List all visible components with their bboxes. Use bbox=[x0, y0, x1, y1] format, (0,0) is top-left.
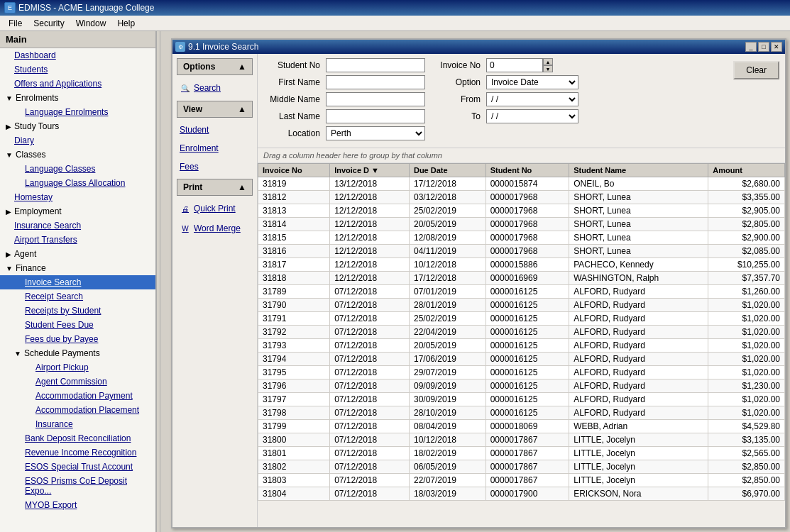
table-row[interactable]: 31797 07/12/2018 30/09/2019 0000016125 A… bbox=[258, 393, 785, 406]
sidebar-item-receipts-by-student[interactable]: Receipts by Student bbox=[0, 304, 155, 318]
search-link[interactable]: 🔍 Search bbox=[177, 81, 253, 95]
table-row[interactable]: 31798 07/12/2018 28/10/2019 0000016125 A… bbox=[258, 406, 785, 420]
table-row[interactable]: 31793 07/12/2018 20/05/2019 0000016125 A… bbox=[258, 339, 785, 353]
cell-student-no: 0000016125 bbox=[485, 299, 569, 312]
student-no-input[interactable] bbox=[326, 58, 425, 72]
sidebar-item-language-class-alloc[interactable]: Language Class Allocation bbox=[0, 176, 155, 190]
sidebar-group-study-tours[interactable]: ▶ Study Tours bbox=[0, 119, 155, 133]
cell-invoice-date: 12/12/2018 bbox=[330, 231, 410, 245]
col-student-name[interactable]: Student Name bbox=[569, 164, 708, 177]
option-select[interactable]: Invoice Date Due Date bbox=[486, 75, 578, 89]
sidebar-group-schedule-payments[interactable]: ▼ Schedule Payments bbox=[0, 346, 155, 360]
word-merge-link[interactable]: W Word Merge bbox=[177, 221, 253, 235]
middle-name-input[interactable] bbox=[326, 92, 425, 106]
table-row[interactable]: 31804 07/12/2018 18/03/2019 0000017900 E… bbox=[258, 487, 785, 501]
table-row[interactable]: 31803 07/12/2018 22/07/2019 0000017867 L… bbox=[258, 474, 785, 487]
table-row[interactable]: 31792 07/12/2018 22/04/2019 0000016125 A… bbox=[258, 326, 785, 339]
table-row[interactable]: 31791 07/12/2018 25/02/2019 0000016125 A… bbox=[258, 312, 785, 326]
view-section-button[interactable]: View ▲ bbox=[177, 101, 253, 118]
table-row[interactable]: 31819 13/12/2018 17/12/2018 0000015874 O… bbox=[258, 177, 785, 191]
spin-down-button[interactable]: ▼ bbox=[543, 65, 553, 72]
invoice-no-input[interactable] bbox=[486, 58, 543, 72]
sidebar-group-classes[interactable]: ▼ Classes bbox=[0, 148, 155, 162]
sidebar-item-fees-due-by-payee[interactable]: Fees due by Payee bbox=[0, 332, 155, 346]
cell-invoice-no: 31792 bbox=[258, 326, 330, 339]
sidebar-item-students[interactable]: Students bbox=[0, 62, 155, 77]
sidebar-item-bank-deposit[interactable]: Bank Deposit Reconciliation bbox=[0, 431, 155, 445]
table-row[interactable]: 31816 12/12/2018 04/11/2019 0000017968 S… bbox=[258, 245, 785, 258]
table-row[interactable]: 31789 07/12/2018 07/01/2019 0000016125 A… bbox=[258, 285, 785, 299]
quick-print-link[interactable]: 🖨 Quick Print bbox=[177, 201, 253, 216]
sidebar-item-airport-pickup[interactable]: Airport Pickup bbox=[0, 360, 155, 375]
cell-student-name: ALFORD, Rudyard bbox=[569, 312, 708, 326]
table-row[interactable]: 31814 12/12/2018 20/05/2019 0000017968 S… bbox=[258, 218, 785, 231]
sidebar-item-receipt-search[interactable]: Receipt Search bbox=[0, 289, 155, 304]
spin-up-button[interactable]: ▲ bbox=[543, 58, 553, 65]
sidebar-item-language-enrolments[interactable]: Language Enrolments bbox=[0, 105, 155, 119]
menu-security[interactable]: Security bbox=[28, 17, 70, 30]
sidebar-group-enrolments[interactable]: ▼ Enrolments bbox=[0, 91, 155, 105]
sidebar-item-insurance-search[interactable]: Insurance Search bbox=[0, 218, 155, 233]
enrolment-link[interactable]: Enrolment bbox=[177, 142, 253, 155]
table-row[interactable]: 31815 12/12/2018 12/08/2019 0000017968 S… bbox=[258, 231, 785, 245]
table-row[interactable]: 31817 12/12/2018 10/12/2018 0000015886 P… bbox=[258, 258, 785, 272]
sidebar-item-invoice-search[interactable]: Invoice Search bbox=[0, 275, 155, 289]
sidebar-group-agent[interactable]: ▶ Agent bbox=[0, 247, 155, 261]
sidebar-item-agent-commission[interactable]: Agent Commission bbox=[0, 375, 155, 389]
options-section-button[interactable]: Options ▲ bbox=[177, 58, 253, 75]
sidebar-group-finance[interactable]: ▼ Finance bbox=[0, 261, 155, 275]
cell-student-name: ERICKSON, Nora bbox=[569, 487, 708, 501]
to-date-select[interactable]: / / bbox=[486, 109, 578, 123]
sidebar-item-esos-trust[interactable]: ESOS Special Trust Account bbox=[0, 460, 155, 474]
table-row[interactable]: 31802 07/12/2018 06/05/2019 0000017867 L… bbox=[258, 460, 785, 474]
table-row[interactable]: 31812 12/12/2018 03/12/2018 0000017968 S… bbox=[258, 191, 785, 204]
sidebar-item-offers[interactable]: Offers and Applications bbox=[0, 77, 155, 91]
menu-help[interactable]: Help bbox=[111, 17, 141, 30]
mdi-minimize-button[interactable]: _ bbox=[745, 42, 757, 52]
table-row[interactable]: 31794 07/12/2018 17/06/2019 0000016125 A… bbox=[258, 353, 785, 366]
mdi-maximize-button[interactable]: □ bbox=[758, 42, 769, 52]
print-section-button[interactable]: Print ▲ bbox=[177, 179, 253, 196]
student-link[interactable]: Student bbox=[177, 123, 253, 136]
cell-amount: $3,355.00 bbox=[708, 191, 785, 204]
col-invoice-no[interactable]: Invoice No bbox=[258, 164, 330, 177]
last-name-input[interactable] bbox=[326, 109, 425, 123]
table-row[interactable]: 31790 07/12/2018 28/01/2019 0000016125 A… bbox=[258, 299, 785, 312]
col-amount[interactable]: Amount bbox=[708, 164, 785, 177]
mdi-close-button[interactable]: ✕ bbox=[771, 42, 782, 52]
col-due-date[interactable]: Due Date bbox=[409, 164, 485, 177]
table-row[interactable]: 31801 07/12/2018 18/02/2019 0000017867 L… bbox=[258, 447, 785, 460]
clear-button[interactable]: Clear bbox=[733, 61, 779, 79]
menu-window[interactable]: Window bbox=[70, 17, 112, 30]
location-select[interactable]: Perth bbox=[326, 126, 425, 140]
cell-student-no: 0000016125 bbox=[485, 379, 569, 393]
col-student-no[interactable]: Student No bbox=[485, 164, 569, 177]
sidebar-item-airport-transfers[interactable]: Airport Transfers bbox=[0, 233, 155, 247]
sidebar-item-revenue-income[interactable]: Revenue Income Recognition bbox=[0, 445, 155, 460]
sidebar-item-student-fees-due[interactable]: Student Fees Due bbox=[0, 318, 155, 332]
cell-due-date: 08/04/2019 bbox=[409, 420, 485, 433]
table-row[interactable]: 31818 12/12/2018 17/12/2018 0000016969 W… bbox=[258, 272, 785, 285]
sidebar-item-language-classes[interactable]: Language Classes bbox=[0, 162, 155, 176]
sidebar-item-dashboard[interactable]: Dashboard bbox=[0, 48, 155, 62]
title-bar: E EDMISS - ACME Language College bbox=[0, 0, 790, 16]
sidebar-item-diary[interactable]: Diary bbox=[0, 133, 155, 148]
table-row[interactable]: 31796 07/12/2018 09/09/2019 0000016125 A… bbox=[258, 379, 785, 393]
sidebar-item-accommodation-payment[interactable]: Accommodation Payment bbox=[0, 389, 155, 403]
sidebar-item-insurance[interactable]: Insurance bbox=[0, 417, 155, 431]
fees-link[interactable]: Fees bbox=[177, 160, 253, 173]
sidebar-item-myob[interactable]: MYOB Export bbox=[0, 498, 155, 512]
table-row[interactable]: 31799 07/12/2018 08/04/2019 0000018069 W… bbox=[258, 420, 785, 433]
first-name-input[interactable] bbox=[326, 75, 425, 89]
sidebar-group-employment[interactable]: ▶ Employment bbox=[0, 204, 155, 218]
sidebar-item-esos-prisms[interactable]: ESOS Prisms CoE Deposit Expo... bbox=[0, 474, 155, 498]
cell-student-name: ALFORD, Rudyard bbox=[569, 326, 708, 339]
table-row[interactable]: 31813 12/12/2018 25/02/2019 0000017968 S… bbox=[258, 204, 785, 218]
col-invoice-date[interactable]: Invoice D ▼ bbox=[330, 164, 410, 177]
from-date-select[interactable]: / / bbox=[486, 92, 578, 106]
sidebar-item-accommodation-placement[interactable]: Accommodation Placement bbox=[0, 403, 155, 417]
table-row[interactable]: 31795 07/12/2018 29/07/2019 0000016125 A… bbox=[258, 366, 785, 379]
sidebar-item-homestay[interactable]: Homestay bbox=[0, 190, 155, 204]
menu-file[interactable]: File bbox=[3, 17, 28, 30]
table-row[interactable]: 31800 07/12/2018 10/12/2018 0000017867 L… bbox=[258, 433, 785, 447]
